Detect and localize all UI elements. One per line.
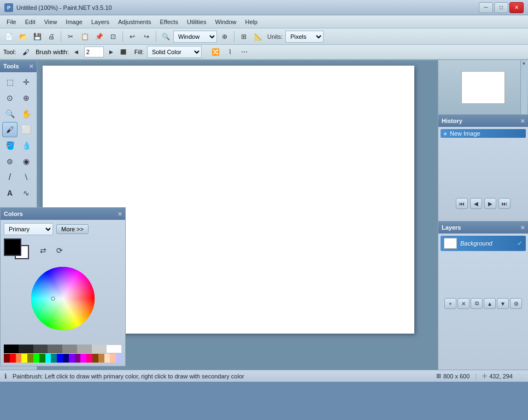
layers-panel-close[interactable]: ✕ xyxy=(520,225,525,231)
maximize-button[interactable]: □ xyxy=(494,2,508,13)
palette-color-8[interactable] xyxy=(51,354,57,363)
color-wheel[interactable] xyxy=(30,266,96,331)
add-layer-button[interactable]: + xyxy=(444,298,456,309)
palette-color-5[interactable] xyxy=(33,354,39,363)
clone-stamp-tool[interactable]: ⊚ xyxy=(2,154,17,169)
palette-dark5[interactable] xyxy=(77,345,92,353)
palette-dark2[interactable] xyxy=(33,345,48,353)
palette-dark3[interactable] xyxy=(48,345,62,353)
brush-width-extra[interactable]: ⬛ xyxy=(119,48,128,56)
palette-color-14[interactable] xyxy=(86,354,92,363)
text-tool[interactable]: A xyxy=(2,185,17,201)
palette-color-2[interactable] xyxy=(16,354,22,363)
redo-button[interactable]: ↪ xyxy=(140,30,153,43)
primary-color-swatch[interactable] xyxy=(4,238,21,256)
zoom-out-button[interactable]: 🔍 xyxy=(159,30,172,43)
palette-dark1[interactable] xyxy=(19,345,33,353)
palette-color-18[interactable] xyxy=(110,354,116,363)
menu-window[interactable]: Window xyxy=(210,16,240,27)
delete-layer-button[interactable]: ✕ xyxy=(457,298,470,309)
duplicate-layer-button[interactable]: ⧉ xyxy=(471,298,483,309)
grid-button[interactable]: ⊞ xyxy=(237,30,250,43)
palette-color-6[interactable] xyxy=(39,354,45,363)
copy-button[interactable]: 📋 xyxy=(78,30,91,43)
brush-width-increase[interactable]: ▶ xyxy=(107,48,116,56)
rectangle-select-tool[interactable]: ⬚ xyxy=(2,74,17,90)
brush-width-input[interactable] xyxy=(84,46,104,57)
swap-colors-button[interactable]: ⇄ xyxy=(37,244,50,257)
antialiasing-btn[interactable]: ⌇ xyxy=(224,45,237,59)
palette-color-13[interactable] xyxy=(80,354,86,363)
palette-dark4[interactable] xyxy=(62,345,77,353)
eraser-tool[interactable]: ⬜ xyxy=(19,122,34,137)
undo-button[interactable]: ↩ xyxy=(126,30,139,43)
menu-help[interactable]: Help xyxy=(241,16,262,27)
paste-button[interactable]: 📌 xyxy=(92,30,105,43)
palette-color-0[interactable] xyxy=(4,354,10,363)
menu-image[interactable]: Image xyxy=(61,16,87,27)
blend-mode-btn[interactable]: 🔀 xyxy=(209,45,222,59)
ruler-button[interactable]: 📐 xyxy=(251,30,265,43)
palette-color-7[interactable] xyxy=(45,354,51,363)
history-next-button[interactable]: ▶ xyxy=(484,198,496,209)
palette-color-16[interactable] xyxy=(98,354,104,363)
layer-properties-button[interactable]: ⚙ xyxy=(510,298,522,309)
zoom-tool[interactable]: 🔍 xyxy=(2,106,17,121)
brush-width-decrease[interactable]: ◀ xyxy=(72,48,81,56)
freeform-line-tool[interactable]: ∿ xyxy=(19,185,34,201)
zoom-select[interactable]: Window 50% 75% 100% 200% xyxy=(173,31,217,43)
menu-file[interactable]: File xyxy=(2,16,21,27)
palette-white[interactable] xyxy=(106,345,122,353)
menu-adjustments[interactable]: Adjustments xyxy=(114,16,156,27)
palette-color-4[interactable] xyxy=(27,354,33,363)
new-button[interactable]: 📄 xyxy=(2,30,15,43)
reset-colors-button[interactable]: ⟳ xyxy=(53,244,66,257)
color-mode-select[interactable]: Primary Secondary xyxy=(4,223,53,235)
menu-effects[interactable]: Effects xyxy=(156,16,183,27)
fill-select[interactable]: Solid Color No Fill Gradient xyxy=(147,46,202,58)
open-button[interactable]: 📂 xyxy=(16,30,30,43)
menu-layers[interactable]: Layers xyxy=(87,16,114,27)
menu-utilities[interactable]: Utilities xyxy=(183,16,210,27)
palette-color-12[interactable] xyxy=(75,354,81,363)
paintbrush-tool[interactable]: 🖌 xyxy=(2,122,17,137)
palette-dark6[interactable] xyxy=(92,345,107,353)
move-tool[interactable]: ✛ xyxy=(19,74,34,90)
history-panel-close[interactable]: ✕ xyxy=(520,118,525,124)
palette-color-1[interactable] xyxy=(10,354,16,363)
more-options-btn[interactable]: ⋯ xyxy=(238,45,251,59)
minimize-button[interactable]: ─ xyxy=(479,2,493,13)
menu-edit[interactable]: Edit xyxy=(21,16,40,27)
move-layer-up-button[interactable]: ▲ xyxy=(484,298,496,309)
close-button[interactable]: ✕ xyxy=(509,2,524,13)
color-picker-tool[interactable]: 💧 xyxy=(19,138,34,153)
line-tool[interactable]: ⧵ xyxy=(19,170,34,185)
history-last-button[interactable]: ⏭ xyxy=(498,198,511,209)
paint-bucket-tool[interactable]: 🪣 xyxy=(2,138,17,153)
palette-color-9[interactable] xyxy=(57,354,63,363)
history-prev-button[interactable]: ◀ xyxy=(470,198,482,209)
palette-color-17[interactable] xyxy=(104,354,110,363)
move-selection-tool[interactable]: ⊕ xyxy=(19,90,34,106)
palette-black[interactable] xyxy=(4,345,19,353)
move-layer-down-button[interactable]: ▼ xyxy=(497,298,509,309)
tools-panel-close[interactable]: ✕ xyxy=(29,63,33,69)
colors-panel-close[interactable]: ✕ xyxy=(118,211,122,217)
more-colors-button[interactable]: More >> xyxy=(56,224,89,234)
menu-view[interactable]: View xyxy=(40,16,62,27)
zoom-in-button[interactable]: ⊕ xyxy=(218,30,231,43)
preview-scrollbar[interactable]: ▼ xyxy=(520,60,527,114)
pencil-tool[interactable]: / xyxy=(2,170,17,185)
palette-color-3[interactable] xyxy=(21,354,27,363)
cut-button[interactable]: ✂ xyxy=(64,30,77,43)
lasso-select-tool[interactable]: ⊙ xyxy=(2,90,17,106)
history-item[interactable]: ★ New Image xyxy=(441,129,526,138)
layer-item[interactable]: Background ✓ xyxy=(441,236,526,251)
paintbrush-tool-icon[interactable]: 🖌 xyxy=(19,45,32,59)
palette-color-19[interactable] xyxy=(116,354,122,363)
crop-button[interactable]: ⊡ xyxy=(107,30,120,43)
units-select[interactable]: Pixels Inches Centimeters xyxy=(285,31,324,43)
save-button[interactable]: 💾 xyxy=(31,30,44,43)
print-button[interactable]: 🖨 xyxy=(45,30,58,43)
palette-color-11[interactable] xyxy=(69,354,75,363)
